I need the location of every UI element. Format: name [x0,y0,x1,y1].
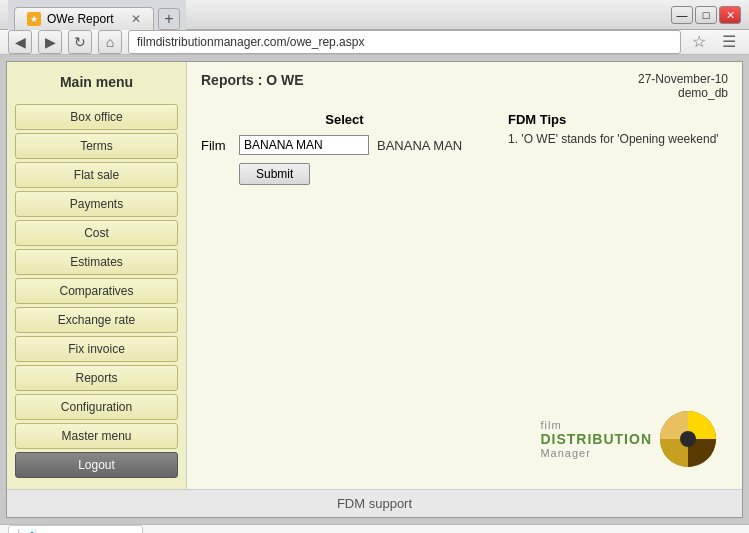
close-button[interactable]: ✕ [719,6,741,24]
maximize-button[interactable]: □ [695,6,717,24]
active-tab[interactable]: ★ OWe Report ✕ [14,7,154,30]
sidebar-title: Main menu [15,70,178,94]
browser-window: ★ OWe Report ✕ + — □ ✕ ◀ ▶ ↻ ⌂ filmdistr… [0,0,749,533]
window-controls: — □ ✕ [671,6,741,24]
reload-button[interactable]: ↻ [68,30,92,54]
sidebar-item-cost[interactable]: Cost [15,220,178,246]
tips-text: 1. 'O WE' stands for 'Opening weekend' [508,131,728,148]
bookmark-star-icon[interactable]: ☆ [687,30,711,54]
sidebar-item-master-menu[interactable]: Master menu [15,423,178,449]
forward-button[interactable]: ▶ [38,30,62,54]
content-header: Reports : O WE 27-November-10 demo_db [201,72,728,100]
title-bar: ★ OWe Report ✕ + — □ ✕ [0,0,749,30]
sidebar-item-reports[interactable]: Reports [15,365,178,391]
footer-support-text: FDM support [337,496,412,511]
home-button[interactable]: ⌂ [98,30,122,54]
back-button[interactable]: ◀ [8,30,32,54]
film-input[interactable] [239,135,369,155]
tab-close-button[interactable]: ✕ [131,12,141,26]
tab-title: OWe Report [47,12,113,26]
film-display-value: BANANA MAN [377,138,462,153]
date-display: 27-November-10 [638,72,728,86]
form-section: Select Film BANANA MAN Submit [201,112,488,185]
sidebar-item-box-office[interactable]: Box office [15,104,178,130]
sidebar: Main menu Box office Terms Flat sale Pay… [7,62,187,489]
sidebar-item-terms[interactable]: Terms [15,133,178,159]
sidebar-item-configuration[interactable]: Configuration [15,394,178,420]
address-prefix: filmdistributionmanager.com [137,35,286,49]
page-inner: Main menu Box office Terms Flat sale Pay… [6,61,743,518]
address-path: /owe_rep.aspx [286,35,364,49]
main-layout: Main menu Box office Terms Flat sale Pay… [7,62,742,489]
tips-title: FDM Tips [508,112,728,127]
fdm-manager-text: Manager [540,447,652,459]
submit-button[interactable]: Submit [239,163,310,185]
film-label: Film [201,138,231,153]
sidebar-item-logout[interactable]: Logout [15,452,178,478]
sidebar-item-payments[interactable]: Payments [15,191,178,217]
download-bar: 📊 owe_report.xls ▾ ⬇ Show all downloads.… [0,524,749,533]
address-bar[interactable]: filmdistributionmanager.com/owe_rep.aspx [128,30,681,54]
nav-bar: ◀ ▶ ↻ ⌂ filmdistributionmanager.com/owe_… [0,30,749,55]
fdm-film-text: film [540,419,652,431]
sidebar-item-comparatives[interactable]: Comparatives [15,278,178,304]
tips-section: FDM Tips 1. 'O WE' stands for 'Opening w… [508,112,728,185]
menu-wrench-icon[interactable]: ☰ [717,30,741,54]
page-content: Main menu Box office Terms Flat sale Pay… [0,55,749,524]
download-item: 📊 owe_report.xls ▾ [8,525,143,533]
new-tab-button[interactable]: + [158,8,180,30]
tab-favicon: ★ [27,12,41,26]
sidebar-item-exchange-rate[interactable]: Exchange rate [15,307,178,333]
sidebar-item-estimates[interactable]: Estimates [15,249,178,275]
svg-point-1 [680,431,696,447]
minimize-button[interactable]: — [671,6,693,24]
sidebar-item-flat-sale[interactable]: Flat sale [15,162,178,188]
fdm-pie-chart [658,409,718,469]
footer: FDM support [7,489,742,517]
fdm-distribution-text: DISTRIBUTION [540,431,652,447]
page-title: Reports : O WE [201,72,304,88]
date-info: 27-November-10 demo_db [638,72,728,100]
fdm-text: film DISTRIBUTION Manager [540,419,652,459]
logo-area: film DISTRIBUTION Manager [201,399,728,479]
film-row: Film BANANA MAN [201,135,488,155]
db-display: demo_db [638,86,728,100]
sidebar-item-fix-invoice[interactable]: Fix invoice [15,336,178,362]
select-label: Select [201,112,488,127]
content-area: Reports : O WE 27-November-10 demo_db Se… [187,62,742,489]
tab-bar: ★ OWe Report ✕ + [8,0,186,30]
fdm-logo: film DISTRIBUTION Manager [540,409,718,469]
download-file-icon: 📊 [17,528,37,533]
content-body: Select Film BANANA MAN Submit FDM Tips 1… [201,112,728,185]
